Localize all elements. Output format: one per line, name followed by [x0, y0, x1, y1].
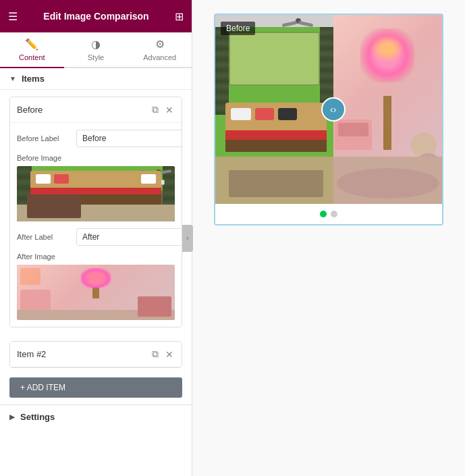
before-label-field-label: Before Label: [17, 134, 71, 142]
after-image-preview[interactable]: [17, 265, 175, 320]
divider-handle[interactable]: ‹›: [321, 97, 346, 122]
menu-icon[interactable]: ☰: [8, 10, 18, 23]
items-section-label: Items: [22, 74, 45, 84]
tab-style-label: Style: [88, 53, 104, 61]
items-section-header[interactable]: ▼ Items: [0, 68, 192, 90]
settings-section-label: Settings: [20, 412, 55, 422]
add-item-button[interactable]: + ADD ITEM: [9, 377, 182, 398]
collapse-panel-handle[interactable]: ‹: [182, 225, 193, 252]
tab-bar: ✏️ Content ◑ Style ⚙ Advanced: [0, 32, 192, 68]
item-2-delete-button[interactable]: ✕: [164, 347, 175, 361]
grid-icon[interactable]: ⊞: [175, 10, 184, 23]
item-1-title: Before: [17, 105, 43, 115]
panel-header: ☰ Edit Image Comparison ⊞: [0, 0, 192, 32]
item-2-title: Item #2: [17, 349, 46, 359]
comparison-images: Before: [215, 15, 442, 204]
preview-panel: Before: [192, 0, 465, 476]
after-side: [333, 15, 442, 204]
settings-section-header[interactable]: ▶ Settings: [9, 412, 182, 422]
style-tab-icon: ◑: [91, 38, 101, 51]
item-1-duplicate-button[interactable]: ⧉: [151, 103, 160, 117]
item-2-actions: ⧉ ✕: [151, 347, 175, 361]
item-1-body: Before Label Before Image: [10, 123, 182, 327]
pagination-dots: [215, 204, 442, 224]
item-2-card: Item #2 ⧉ ✕: [9, 341, 182, 368]
item-1-actions: ⧉ ✕: [151, 103, 175, 117]
after-label-input[interactable]: [76, 228, 182, 246]
tab-advanced[interactable]: ⚙ Advanced: [128, 32, 192, 68]
comparison-widget: Before: [214, 14, 443, 226]
advanced-tab-icon: ⚙: [155, 38, 165, 51]
after-label-row: After Label: [17, 228, 175, 246]
tab-content-label: Content: [19, 53, 45, 61]
item-2-header: Item #2 ⧉ ✕: [10, 342, 182, 367]
after-image-section: After Image: [17, 253, 175, 320]
panel-title: Edit Image Comparison: [43, 11, 148, 22]
dot-1[interactable]: [320, 211, 327, 217]
before-label-input[interactable]: [76, 130, 182, 147]
before-image-label: Before Image: [17, 154, 175, 162]
items-arrow-icon: ▼: [9, 75, 16, 82]
before-image-preview[interactable]: [17, 166, 175, 221]
item-2-duplicate-button[interactable]: ⧉: [151, 347, 160, 361]
dot-2[interactable]: [331, 211, 337, 217]
settings-section: ▶ Settings: [0, 404, 192, 429]
before-image-section: Before Image: [17, 154, 175, 221]
before-label-row: Before Label: [17, 130, 175, 147]
after-image-label: After Image: [17, 253, 175, 261]
tab-content[interactable]: ✏️ Content: [0, 32, 64, 68]
tab-style[interactable]: ◑ Style: [64, 32, 128, 68]
before-label-badge: Before: [221, 22, 255, 35]
tab-advanced-label: Advanced: [143, 53, 176, 61]
settings-arrow-icon: ▶: [9, 413, 15, 421]
before-side: Before: [215, 15, 333, 204]
add-item-label: + ADD ITEM: [20, 383, 65, 392]
after-label-field-label: After Label: [17, 233, 71, 241]
item-1-delete-button[interactable]: ✕: [164, 103, 175, 117]
item-1-card: Before ⧉ ✕ Before Label Before Image: [9, 97, 182, 327]
item-1-header: Before ⧉ ✕: [10, 97, 182, 123]
divider-icon: ‹›: [330, 104, 336, 115]
content-tab-icon: ✏️: [25, 38, 38, 51]
